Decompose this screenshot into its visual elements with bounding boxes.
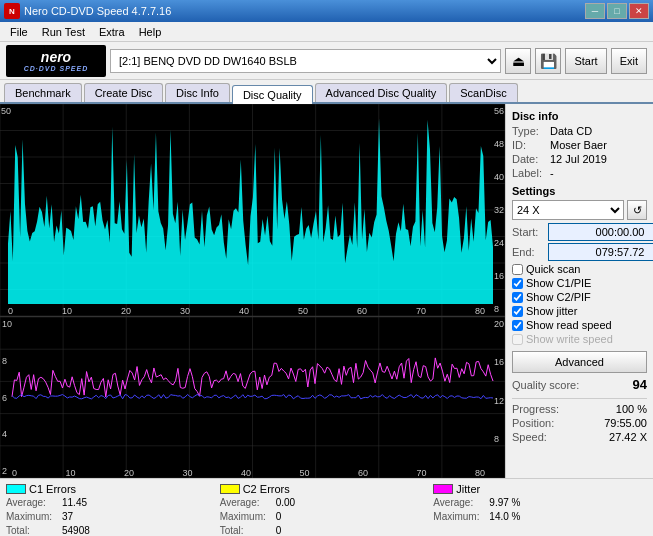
show-c1-checkbox[interactable] (512, 278, 523, 289)
top-y-56: 56 (494, 106, 504, 116)
start-time-row: Start: (512, 223, 647, 241)
c1-color-swatch (6, 484, 26, 494)
start-time-input[interactable] (548, 223, 653, 241)
right-panel: Disc info Type: Data CD ID: Moser Baer D… (505, 104, 653, 478)
type-label: Type: (512, 125, 550, 137)
progress-value: 100 % (616, 403, 647, 415)
date-value: 12 Jul 2019 (550, 153, 607, 165)
c1-stats: Average:11.45 Maximum:37 Total:54908 (6, 496, 220, 536)
tab-disc-quality[interactable]: Disc Quality (232, 85, 313, 104)
jitter-label: Jitter (456, 483, 480, 495)
position-label: Position: (512, 417, 554, 429)
top-y-8: 8 (494, 304, 504, 314)
charts-area: 56 48 40 32 24 16 8 0 10 20 30 40 50 60 (0, 104, 505, 478)
show-c2-row: Show C2/PIF (512, 291, 647, 303)
save-icon[interactable]: 💾 (535, 48, 561, 74)
show-write-speed-row: Show write speed (512, 333, 647, 345)
settings-title: Settings (512, 185, 647, 197)
tabs-bar: Benchmark Create Disc Disc Info Disc Qua… (0, 80, 653, 104)
c2-stats: Average:0.00 Maximum:0 Total:0 (220, 496, 434, 536)
end-time-input[interactable] (548, 243, 653, 261)
label-label: Label: (512, 167, 550, 179)
tab-disc-info[interactable]: Disc Info (165, 83, 230, 102)
date-label: Date: (512, 153, 550, 165)
show-jitter-checkbox[interactable] (512, 306, 523, 317)
maximize-button[interactable]: □ (607, 3, 627, 19)
title-bar-left: N Nero CD-DVD Speed 4.7.7.16 (4, 3, 171, 19)
app-icon: N (4, 3, 20, 19)
menu-extra[interactable]: Extra (93, 25, 131, 39)
id-label: ID: (512, 139, 550, 151)
tab-scandisc[interactable]: ScanDisc (449, 83, 517, 102)
c2-label: C2 Errors (243, 483, 290, 495)
top-y-32: 32 (494, 205, 504, 215)
menu-run-test[interactable]: Run Test (36, 25, 91, 39)
progress-label: Progress: (512, 403, 559, 415)
speed-label: Speed: (512, 431, 547, 443)
tab-benchmark[interactable]: Benchmark (4, 83, 82, 102)
title-bar-controls[interactable]: ─ □ ✕ (585, 3, 649, 19)
label-value: - (550, 167, 554, 179)
tab-advanced-disc-quality[interactable]: Advanced Disc Quality (315, 83, 448, 102)
top-chart: 56 48 40 32 24 16 8 0 10 20 30 40 50 60 (0, 104, 505, 317)
top-y-16: 16 (494, 271, 504, 281)
show-c2-label: Show C2/PIF (526, 291, 591, 303)
quick-scan-row: Quick scan (512, 263, 647, 275)
show-c1-row: Show C1/PIE (512, 277, 647, 289)
show-jitter-label: Show jitter (526, 305, 577, 317)
show-jitter-row: Show jitter (512, 305, 647, 317)
progress-section: Progress: 100 % Position: 79:55.00 Speed… (512, 398, 647, 443)
app-title: Nero CD-DVD Speed 4.7.7.16 (24, 5, 171, 17)
refresh-button[interactable]: ↺ (627, 200, 647, 220)
top-y-40: 40 (494, 172, 504, 182)
c2-legend: C2 Errors Average:0.00 Maximum:0 Total:0 (220, 483, 434, 532)
drive-selector[interactable]: [2:1] BENQ DVD DD DW1640 BSLB (110, 49, 501, 73)
tab-create-disc[interactable]: Create Disc (84, 83, 163, 102)
advanced-button[interactable]: Advanced (512, 351, 647, 373)
end-label: End: (512, 246, 548, 258)
quality-score-row: Quality score: 94 (512, 377, 647, 392)
quality-score-label: Quality score: (512, 379, 579, 391)
label-row: Label: - (512, 167, 647, 179)
exit-button[interactable]: Exit (611, 48, 647, 74)
show-read-speed-row: Show read speed (512, 319, 647, 331)
close-button[interactable]: ✕ (629, 3, 649, 19)
speed-value: 27.42 X (609, 431, 647, 443)
c1-legend: C1 Errors Average:11.45 Maximum:37 Total… (6, 483, 220, 532)
menu-help[interactable]: Help (133, 25, 168, 39)
jitter-stats: Average:9.97 % Maximum:14.0 % (433, 496, 647, 524)
top-y-24: 24 (494, 238, 504, 248)
end-time-row: End: (512, 243, 647, 261)
settings-group: Settings 24 X ↺ Start: End: (512, 185, 647, 373)
show-write-speed-label: Show write speed (526, 333, 613, 345)
speed-row-display: Speed: 27.42 X (512, 431, 647, 443)
c2-color-swatch (220, 484, 240, 494)
title-bar: N Nero CD-DVD Speed 4.7.7.16 ─ □ ✕ (0, 0, 653, 22)
eject-icon[interactable]: ⏏ (505, 48, 531, 74)
id-value: Moser Baer (550, 139, 607, 151)
jitter-legend-title: Jitter (433, 483, 647, 495)
minimize-button[interactable]: ─ (585, 3, 605, 19)
top-y-48: 48 (494, 139, 504, 149)
show-c2-checkbox[interactable] (512, 292, 523, 303)
c1-legend-title: C1 Errors (6, 483, 220, 495)
show-read-speed-checkbox[interactable] (512, 320, 523, 331)
show-c1-label: Show C1/PIE (526, 277, 591, 289)
jitter-legend: Jitter Average:9.97 % Maximum:14.0 % (433, 483, 647, 532)
toolbar: nero CD·DVD SPEED [2:1] BENQ DVD DD DW16… (0, 42, 653, 80)
quick-scan-label: Quick scan (526, 263, 580, 275)
id-row: ID: Moser Baer (512, 139, 647, 151)
quick-scan-checkbox[interactable] (512, 264, 523, 275)
legend-area: C1 Errors Average:11.45 Maximum:37 Total… (0, 478, 653, 536)
type-row: Type: Data CD (512, 125, 647, 137)
c2-legend-title: C2 Errors (220, 483, 434, 495)
start-button[interactable]: Start (565, 48, 606, 74)
show-write-speed-checkbox (512, 334, 523, 345)
type-value: Data CD (550, 125, 592, 137)
show-read-speed-label: Show read speed (526, 319, 612, 331)
position-row: Position: 79:55.00 (512, 417, 647, 429)
menu-bar: File Run Test Extra Help (0, 22, 653, 42)
menu-file[interactable]: File (4, 25, 34, 39)
nero-logo: nero CD·DVD SPEED (6, 45, 106, 77)
speed-selector[interactable]: 24 X (512, 200, 624, 220)
